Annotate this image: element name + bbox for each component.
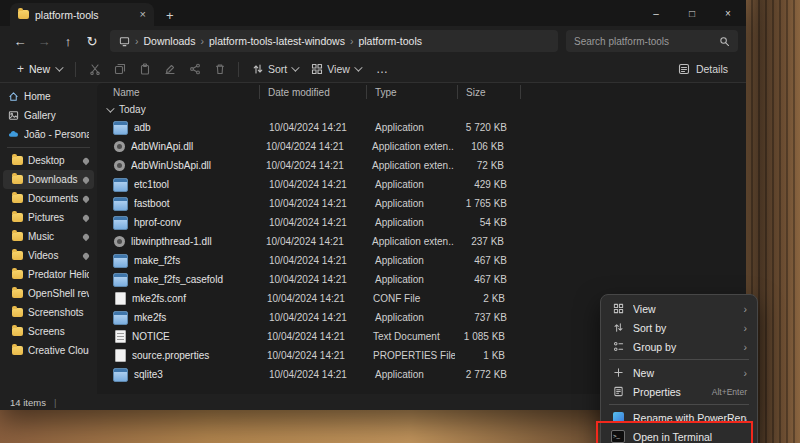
column-date-modified[interactable]: Date modified	[260, 85, 367, 99]
pin-icon	[82, 194, 90, 202]
file-row[interactable]: libwinpthread-1.dll 10/04/2024 14:21 App…	[97, 232, 746, 251]
address-bar[interactable]: › Downloads › platform-tools-latest-wind…	[110, 30, 558, 52]
column-type[interactable]: Type	[367, 85, 458, 99]
file-date: 10/04/2024 14:21	[261, 198, 367, 209]
file-size: 106 KB	[454, 141, 504, 152]
new-button[interactable]: + New	[10, 58, 68, 80]
file-row[interactable]: etc1tool 10/04/2024 14:21 Application 42…	[97, 175, 746, 194]
context-item-sort-by[interactable]: Sort by ›	[605, 318, 753, 337]
folder-icon	[12, 156, 23, 165]
column-headers: Name Date modified Type Size	[97, 83, 746, 101]
pin-icon	[82, 156, 90, 164]
back-button[interactable]: ←	[8, 30, 32, 52]
sidebar-item-documents[interactable]: Documents	[3, 189, 94, 208]
delete-button[interactable]	[208, 58, 231, 80]
group-header-today[interactable]: Today	[97, 101, 746, 118]
close-button[interactable]: ×	[710, 0, 746, 26]
folder-icon	[12, 194, 23, 203]
share-icon	[189, 63, 201, 75]
sort-button[interactable]: Sort	[246, 58, 303, 80]
file-row[interactable]: make_f2fs 10/04/2024 14:21 Application 4…	[97, 251, 746, 270]
up-button[interactable]: ↑	[56, 30, 80, 52]
search-box[interactable]: Search platform-tools	[566, 30, 738, 52]
see-more-button[interactable]: …	[368, 62, 396, 76]
rename-button[interactable]	[158, 58, 181, 80]
tab-close-icon[interactable]: ×	[140, 9, 146, 20]
sidebar-item-desktop[interactable]: Desktop	[3, 151, 94, 170]
file-size: 1 KB	[455, 350, 505, 361]
breadcrumb-platform-tools[interactable]: platform-tools	[358, 35, 422, 47]
tab-title: platform-tools	[35, 9, 134, 21]
context-item-new[interactable]: New ›	[605, 363, 753, 382]
sidebar-item-predator-helios[interactable]: Predator Helios	[3, 265, 94, 284]
dll-icon	[114, 160, 125, 171]
pin-icon	[82, 213, 90, 221]
sidebar-item-onedrive[interactable]: João - Personal	[3, 125, 94, 144]
file-name: AdbWinUsbApi.dll	[131, 160, 258, 171]
copy-button[interactable]	[108, 58, 131, 80]
application-icon	[113, 178, 128, 192]
file-date: 10/04/2024 14:21	[261, 312, 367, 323]
sidebar-item-openshell-review[interactable]: OpenShell review	[3, 284, 94, 303]
sidebar-item-screens[interactable]: Screens	[3, 322, 94, 341]
sidebar-item-creative-cloud[interactable]: Creative Cloud Files	[3, 341, 94, 360]
sidebar-label: Videos	[28, 250, 78, 261]
sidebar-item-home[interactable]: Home	[3, 87, 94, 106]
share-button[interactable]	[183, 58, 206, 80]
status-separator: |	[54, 397, 56, 408]
context-item-properties[interactable]: Properties Alt+Enter	[605, 382, 753, 401]
file-row[interactable]: adb 10/04/2024 14:21 Application 5 720 K…	[97, 118, 746, 137]
file-size: 2 772 KB	[457, 369, 507, 380]
file-row[interactable]: fastboot 10/04/2024 14:21 Application 1 …	[97, 194, 746, 213]
paste-button[interactable]	[133, 58, 156, 80]
context-item-label: New	[633, 367, 736, 379]
sidebar-item-music[interactable]: Music	[3, 227, 94, 246]
file-date: 10/04/2024 14:21	[261, 217, 367, 228]
breadcrumb-downloads[interactable]: Downloads	[144, 35, 196, 47]
file-size: 467 KB	[457, 255, 507, 266]
new-tab-button[interactable]: +	[166, 9, 174, 22]
file-type: Application exten...	[364, 141, 454, 152]
context-item-view[interactable]: View ›	[605, 299, 753, 318]
sort-icon	[252, 63, 264, 75]
file-row[interactable]: AdbWinApi.dll 10/04/2024 14:21 Applicati…	[97, 137, 746, 156]
file-row[interactable]: make_f2fs_casefold 10/04/2024 14:21 Appl…	[97, 270, 746, 289]
forward-button[interactable]: →	[32, 30, 56, 52]
pin-icon	[82, 175, 90, 183]
sidebar-item-pictures[interactable]: Pictures	[3, 208, 94, 227]
file-name: mke2fs.conf	[132, 293, 259, 304]
file-date: 10/04/2024 14:21	[261, 179, 367, 190]
sidebar-item-downloads[interactable]: Downloads	[3, 170, 94, 189]
titlebar: platform-tools × + – □ ×	[0, 0, 746, 26]
file-row[interactable]: AdbWinUsbApi.dll 10/04/2024 14:21 Applic…	[97, 156, 746, 175]
minimize-button[interactable]: –	[638, 0, 674, 26]
sidebar-label: Music	[28, 231, 78, 242]
refresh-button[interactable]: ↻	[80, 30, 104, 52]
onedrive-icon	[8, 129, 19, 140]
context-item-label: Group by	[633, 341, 736, 353]
breadcrumb-sep: ›	[200, 35, 204, 47]
sidebar-item-videos[interactable]: Videos	[3, 246, 94, 265]
sidebar-item-gallery[interactable]: Gallery	[3, 106, 94, 125]
file-date: 10/04/2024 14:21	[258, 236, 364, 247]
sidebar-item-screenshots[interactable]: Screenshots	[3, 303, 94, 322]
cut-button[interactable]	[83, 58, 106, 80]
breadcrumb-platform-tools-latest[interactable]: platform-tools-latest-windows	[209, 35, 345, 47]
view-button[interactable]: View	[305, 58, 366, 80]
screen: platform-tools × + – □ × ← → ↑ ↻ › Downl…	[0, 0, 800, 443]
submenu-arrow-icon: ›	[744, 367, 748, 379]
file-row[interactable]: hprof-conv 10/04/2024 14:21 Application …	[97, 213, 746, 232]
folder-icon	[12, 289, 23, 298]
column-name[interactable]: Name	[113, 85, 260, 99]
search-placeholder: Search platform-tools	[574, 36, 713, 47]
sort-label: Sort	[268, 63, 287, 75]
details-button[interactable]: Details	[670, 58, 736, 80]
shortcut-label: Alt+Enter	[712, 387, 747, 397]
context-item-label: Properties	[633, 386, 704, 398]
column-size[interactable]: Size	[458, 85, 521, 99]
file-size: 737 KB	[457, 312, 507, 323]
explorer-tab[interactable]: platform-tools ×	[10, 3, 154, 26]
maximize-button[interactable]: □	[674, 0, 710, 26]
context-item-group-by[interactable]: Group by ›	[605, 337, 753, 356]
context-item-label: View	[633, 303, 736, 315]
